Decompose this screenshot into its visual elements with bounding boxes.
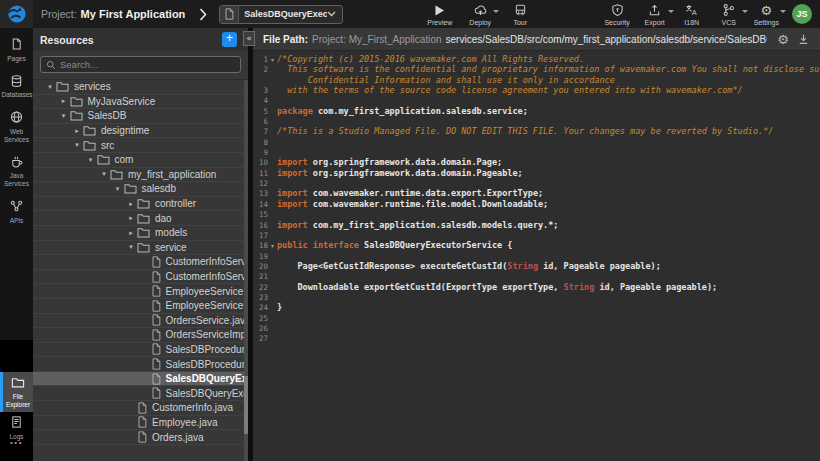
tree-item[interactable]: SalesDBProcedureExecutorServiceImpl.java <box>33 357 248 372</box>
wavemaker-logo-icon <box>7 4 27 24</box>
vcs-button[interactable]: VCS <box>717 3 741 26</box>
tree-item[interactable]: ▸MyJavaService <box>33 95 248 110</box>
file-explorer-icon <box>11 376 25 393</box>
tree-item[interactable]: ▾salesdb <box>33 182 248 197</box>
caret-expanded-icon[interactable]: ▾ <box>86 156 96 164</box>
search-icon <box>46 60 56 70</box>
file-icon <box>151 373 161 385</box>
line-number: 12 <box>253 178 268 188</box>
pages-icon <box>10 37 23 55</box>
tree-item[interactable]: OrdersServiceImpl.java <box>33 328 248 343</box>
settings-button[interactable]: ⚙Settings <box>754 3 779 26</box>
code-line-text: with the terms of the source code licens… <box>277 85 743 95</box>
line-number: 14 <box>253 199 268 209</box>
fold-spacer <box>268 168 277 178</box>
tree-item[interactable]: ▾com <box>33 153 248 168</box>
tree-item[interactable]: ▾src <box>33 138 248 153</box>
line-number: 9 <box>253 147 268 157</box>
sidebar-item-file-explorer[interactable]: File Explorer <box>0 372 33 412</box>
tree-item[interactable]: ▸models <box>33 226 248 241</box>
sidebar-item-pages[interactable]: Pages <box>0 34 33 66</box>
tree-item-label: MyJavaService <box>88 96 156 107</box>
line-number: 24 <box>253 302 268 312</box>
i18n-icon: A <box>685 3 698 17</box>
security-icon <box>611 3 624 17</box>
security-button[interactable]: Security <box>604 3 629 26</box>
user-avatar[interactable]: JS <box>792 4 812 24</box>
caret-expanded-icon[interactable]: ▾ <box>126 243 136 251</box>
code-line-text: public interface SalesDBQueryExecutorSer… <box>277 240 512 250</box>
tree-item-label: my_first_application <box>128 169 216 180</box>
sidebar-item-databases[interactable]: Databases <box>0 71 33 103</box>
more-options-button[interactable]: ••• <box>0 438 33 447</box>
sidebar-item-web-services[interactable]: Web Services <box>0 107 33 146</box>
tree-item[interactable]: SalesDBQueryExecutorService.java <box>33 372 248 387</box>
tree-item[interactable]: ▸controller <box>33 197 248 212</box>
caret-collapsed-icon[interactable]: ▸ <box>72 127 82 135</box>
caret-collapsed-icon[interactable]: ▸ <box>59 97 69 105</box>
tour-button[interactable]: Tour <box>508 3 532 26</box>
editor-settings-gear-icon[interactable]: ⚙ <box>777 32 789 47</box>
open-file-dropdown[interactable]: SalesDBQueryExec... <box>219 5 343 24</box>
code-line: 8 <box>253 137 820 147</box>
tree-item[interactable]: ▾my_first_application <box>33 168 248 183</box>
deploy-icon <box>474 3 487 17</box>
sidebar-item-apis[interactable]: APIs <box>0 196 33 228</box>
tree-item[interactable]: EmployeeServiceImpl.java <box>33 299 248 314</box>
caret-expanded-icon[interactable]: ▾ <box>72 141 82 149</box>
java-services-icon <box>10 155 23 173</box>
fold-spacer <box>268 106 277 116</box>
download-file-icon[interactable] <box>797 33 810 46</box>
fold-caret-icon[interactable]: ▾ <box>268 240 277 250</box>
caret-expanded-icon[interactable]: ▾ <box>45 83 55 91</box>
caret-expanded-icon[interactable]: ▾ <box>113 185 123 193</box>
fold-spacer <box>268 313 277 323</box>
caret-expanded-icon[interactable]: ▾ <box>59 112 69 120</box>
file-icon <box>151 329 161 341</box>
i18n-button[interactable]: AI18N <box>680 3 704 26</box>
tree-item[interactable]: EmployeeService.java <box>33 284 248 299</box>
code-line: 1▾/*Copyright (c) 2015-2016 wavemaker.co… <box>253 54 820 64</box>
line-number: 1 <box>253 54 268 64</box>
tree-item[interactable]: ▾services <box>33 80 248 95</box>
tree-item[interactable]: SalesDBProcedureExecutorService.java <box>33 343 248 358</box>
caret-collapsed-icon[interactable]: ▸ <box>126 200 136 208</box>
fold-spacer <box>268 126 277 136</box>
wavemaker-logo[interactable] <box>0 0 33 28</box>
tree-item[interactable]: ▾service <box>33 241 248 256</box>
code-line-text: Downloadable exportGetCustId(ExportType … <box>277 282 717 292</box>
tree-item[interactable]: SalesDBQueryExecutorServiceImpl.java <box>33 386 248 401</box>
collapse-panel-button[interactable]: « <box>243 31 255 46</box>
preview-button[interactable]: Preview <box>427 3 452 26</box>
tree-item[interactable]: OrdersService.java <box>33 314 248 329</box>
code-line: 25 <box>253 313 820 323</box>
tree-item[interactable]: CustomerInfoService.java <box>33 255 248 270</box>
tree-item[interactable]: ▾SalesDB <box>33 109 248 124</box>
line-number: 17 <box>253 230 268 240</box>
line-number: 5 <box>253 106 268 116</box>
tree-item-label: services <box>74 81 111 92</box>
databases-icon <box>10 74 23 92</box>
web-services-icon <box>10 110 23 128</box>
code-editor[interactable]: 1▾/*Copyright (c) 2015-2016 wavemaker.co… <box>253 51 820 461</box>
tree-item[interactable]: CustomerInfoServiceImpl.java <box>33 270 248 285</box>
tree-item[interactable]: Employee.java <box>33 416 248 431</box>
tree-item[interactable]: ▸dao <box>33 211 248 226</box>
folder-icon <box>97 154 110 165</box>
caret-expanded-icon[interactable]: ▾ <box>99 170 109 178</box>
tree-item[interactable]: CustomerInfo.java <box>33 401 248 416</box>
tree-item[interactable]: ▸designtime <box>33 124 248 139</box>
deploy-button[interactable]: Deploy <box>468 3 492 26</box>
open-file-dropdown-label: SalesDBQueryExec... <box>239 9 327 19</box>
file-icon <box>151 256 161 268</box>
caret-collapsed-icon[interactable]: ▸ <box>126 214 136 222</box>
tree-item-label: SalesDBQueryExecutorServiceImpl.java <box>166 388 249 399</box>
fold-caret-icon[interactable]: ▾ <box>268 54 277 64</box>
sidebar-item-java-services[interactable]: Java Services <box>0 152 33 191</box>
svg-text:A: A <box>692 8 697 17</box>
caret-collapsed-icon[interactable]: ▸ <box>126 229 136 237</box>
add-resource-button[interactable]: + <box>222 32 237 47</box>
search-input[interactable] <box>60 59 235 70</box>
export-button[interactable]: Export <box>643 3 667 26</box>
tree-item[interactable]: Orders.java <box>33 430 248 445</box>
